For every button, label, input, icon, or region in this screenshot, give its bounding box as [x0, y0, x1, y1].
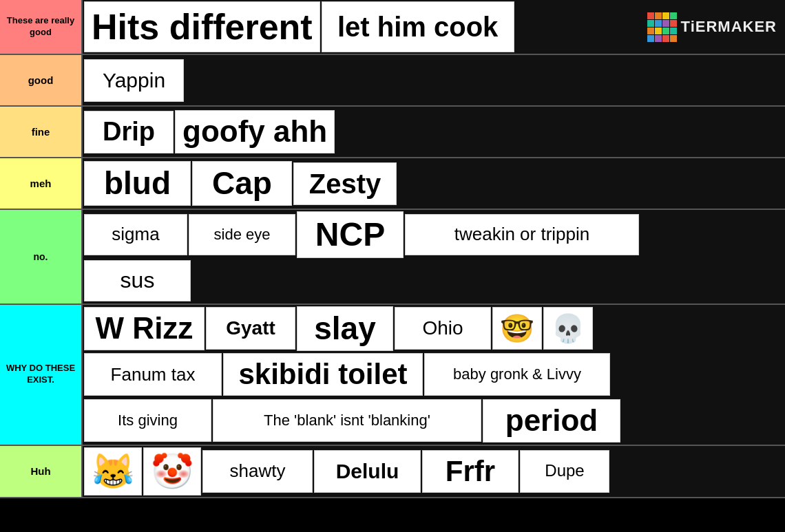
tier-item-dupe[interactable]: Dupe	[520, 450, 609, 493]
tier-item-frfr[interactable]: Frfr	[422, 450, 519, 493]
tier-items-s: Hits different let him cook	[83, 0, 785, 54]
tier-item-nerd-emoji[interactable]: 🤓	[492, 307, 542, 350]
tier-row-huh: Huh 😹 🤡 shawty Delulu Frfr Dupe	[0, 446, 785, 498]
logo-grid	[647, 12, 677, 42]
tiermaker-logo: TiERMAKER	[640, 6, 784, 47]
tier-items-why-row3: Its giving The 'blank' isnt 'blanking' p…	[84, 398, 784, 443]
tier-label-meh: meh	[0, 158, 83, 209]
tier-item-cap[interactable]: Cap	[192, 161, 292, 206]
tier-item-clown[interactable]: 🤡	[143, 447, 201, 496]
tier-item-blud[interactable]: blud	[84, 161, 191, 206]
tier-table: These are really good Hits different let…	[0, 0, 785, 498]
tier-item-laughing-cat[interactable]: 😹	[84, 447, 142, 496]
tier-item-its-giving[interactable]: Its giving	[84, 399, 211, 442]
tier-row-no: no. sigma side eye NCP tweakin or trippi…	[0, 210, 785, 305]
tier-row-meh: meh blud Cap Zesty	[0, 158, 785, 210]
tier-row-s: These are really good Hits different let…	[0, 0, 785, 55]
tier-row-why: WHY DO THESE EXIST. W Rizz Gyatt slay Oh…	[0, 305, 785, 446]
tier-item-fanum-tax[interactable]: Fanum tax	[84, 353, 222, 396]
tier-item-delulu[interactable]: Delulu	[314, 450, 421, 493]
tier-item-gyatt[interactable]: Gyatt	[206, 307, 295, 350]
tier-item-ohio[interactable]: Ohio	[395, 307, 491, 350]
tier-item-period[interactable]: period	[483, 399, 620, 443]
tier-items-why-row1: W Rizz Gyatt slay Ohio 🤓 💀	[84, 306, 784, 351]
tier-items-good: Yappin	[83, 55, 785, 105]
tier-items-huh: 😹 🤡 shawty Delulu Frfr Dupe	[83, 446, 785, 497]
tier-row-good: good Yappin	[0, 55, 785, 107]
tier-item-blank-isnt-blanking[interactable]: The 'blank' isnt 'blanking'	[213, 399, 481, 442]
tier-item-w-rizz[interactable]: W Rizz	[84, 307, 205, 350]
tier-item-let-him-cook[interactable]: let him cook	[322, 1, 514, 52]
tier-label-why: WHY DO THESE EXIST.	[0, 305, 83, 445]
tier-item-skibidi-toilet[interactable]: skibidi toilet	[223, 353, 423, 396]
tier-item-sigma[interactable]: sigma	[84, 214, 187, 255]
tier-item-tweakin-or-trippin[interactable]: tweakin or trippin	[405, 214, 639, 255]
tier-item-shawty[interactable]: shawty	[202, 450, 313, 493]
tier-item-drip[interactable]: Drip	[84, 111, 174, 153]
tier-items-fine: Drip goofy ahh	[83, 107, 785, 157]
tier-items-no-row1: sigma side eye NCP tweakin or trippin	[84, 211, 784, 258]
tier-label-no: no.	[0, 210, 83, 304]
tier-item-yappin[interactable]: Yappin	[84, 59, 184, 102]
tier-item-hits-different[interactable]: Hits different	[84, 1, 320, 52]
tier-item-slay[interactable]: slay	[297, 306, 393, 351]
logo-text: TiERMAKER	[681, 18, 777, 36]
tier-item-skull-emoji[interactable]: 💀	[543, 307, 593, 350]
tier-items-no-row2: sus	[84, 259, 784, 302]
tier-items-why: W Rizz Gyatt slay Ohio 🤓 💀 Fanum tax ski…	[83, 305, 785, 445]
tier-item-zesty[interactable]: Zesty	[293, 162, 397, 205]
tier-items-meh: blud Cap Zesty	[83, 158, 785, 209]
tier-items-no: sigma side eye NCP tweakin or trippin su…	[83, 210, 785, 304]
tier-item-baby-gronk[interactable]: baby gronk & Livvy	[424, 353, 610, 396]
tier-label-fine: fine	[0, 107, 83, 157]
tier-row-fine: fine Drip goofy ahh	[0, 107, 785, 158]
tier-item-ncp[interactable]: NCP	[297, 211, 404, 258]
tier-label-huh: Huh	[0, 446, 83, 497]
tier-item-goofy-ahh[interactable]: goofy ahh	[175, 110, 335, 153]
tier-item-side-eye[interactable]: side eye	[189, 214, 295, 255]
tier-items-why-row2: Fanum tax skibidi toilet baby gronk & Li…	[84, 352, 784, 397]
tier-label-good: good	[0, 55, 83, 105]
tier-label-s: These are really good	[0, 0, 83, 54]
tier-item-sus[interactable]: sus	[84, 260, 191, 301]
